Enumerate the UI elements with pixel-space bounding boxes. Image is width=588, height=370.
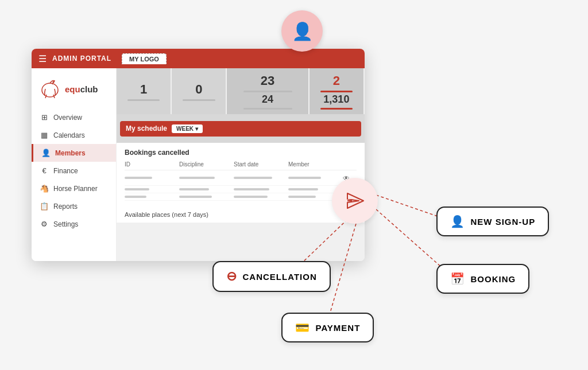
stat-4-bar (243, 108, 292, 110)
svg-point-8 (53, 81, 55, 83)
user-plus-icon: 👤 (450, 215, 465, 228)
reports-label: Reports (53, 202, 78, 211)
col-discipline: Discipline (179, 161, 234, 168)
table-header: ID Discipline Start date Member (125, 161, 357, 170)
sidebar-item-horse-planner[interactable]: 🐴 Horse Planner (32, 180, 116, 197)
svg-line-1 (376, 195, 451, 221)
stat-1-value: 1 (140, 82, 147, 97)
settings-icon: ⚙ (40, 220, 49, 228)
booking-button[interactable]: 📅 BOOKING (436, 264, 529, 294)
cancellation-button[interactable]: ⊖ CANCELLATION (212, 261, 331, 292)
sidebar-item-members[interactable]: 👤 Members (32, 144, 116, 162)
sidebar-item-calendars[interactable]: ▦ Calendars (32, 126, 116, 144)
sidebar-item-overview[interactable]: ⊞ Overview (32, 108, 116, 126)
hamburger-icon[interactable]: ☰ (38, 53, 47, 64)
week-button[interactable]: WEEK ▾ (172, 124, 203, 133)
available-places-label: Available places (next 7 days) (117, 207, 365, 223)
app-layout: equclub ⊞ Overview ▦ Calendars 👤 Members… (32, 68, 365, 261)
person-icon: 👤 (292, 21, 313, 41)
col-action (343, 161, 357, 168)
horse-logo-icon (38, 79, 61, 99)
stat-6-value: 1,310 (323, 94, 349, 106)
finance-icon: € (40, 166, 49, 175)
sidebar-item-finance[interactable]: € Finance (32, 162, 116, 180)
schedule-label: My schedule (126, 124, 167, 133)
members-icon: 👤 (41, 149, 51, 157)
stat-box-4: 2 1,310 (310, 68, 365, 114)
minus-circle-icon: ⊖ (226, 269, 237, 284)
stat-box-2: 0 (172, 68, 227, 114)
stat-box-3: 23 24 (227, 68, 309, 114)
calendars-icon: ▦ (40, 131, 49, 139)
booking-label: BOOKING (471, 274, 516, 284)
browser-header: ☰ ADMIN PORTAL MY LOGO (32, 49, 365, 68)
col-member: Member (288, 161, 343, 168)
settings-label: Settings (53, 220, 78, 228)
admin-portal-title: ADMIN PORTAL (52, 54, 111, 63)
table-row: 👁 (125, 170, 357, 186)
stat-2-bar (183, 99, 215, 101)
col-start-date: Start date (234, 161, 288, 168)
overview-label: Overview (53, 114, 82, 122)
stat-4-value: 24 (262, 94, 273, 106)
members-label: Members (55, 149, 86, 157)
panel-title: Bookings cancelled (125, 149, 357, 157)
calendars-label: Calendars (53, 131, 85, 139)
stat-5-bar (320, 91, 353, 92)
stat-1-bar (127, 99, 160, 101)
logo-area: equclub (32, 74, 116, 108)
logo-text: equclub (65, 84, 98, 94)
eye-icon[interactable]: 👁 (343, 174, 350, 182)
new-signup-label: NEW SIGN-UP (471, 217, 536, 227)
stat-3-value: 23 (261, 73, 274, 88)
sidebar-item-reports[interactable]: 📋 Reports (32, 197, 116, 215)
schedule-section: My schedule WEEK ▾ (117, 114, 365, 143)
browser-window: ☰ ADMIN PORTAL MY LOGO equclub (32, 49, 365, 261)
white-panel: Bookings cancelled ID Discipline Start d… (117, 143, 365, 207)
reports-icon: 📋 (40, 202, 49, 211)
finance-label: Finance (53, 167, 78, 175)
payment-label: PAYMENT (316, 323, 361, 333)
calendar-icon: 📅 (450, 272, 465, 286)
payment-button[interactable]: 💳 PAYMENT (281, 313, 374, 342)
overview-icon: ⊞ (40, 113, 49, 122)
stat-box-1: 1 (117, 68, 172, 114)
sidebar-item-settings[interactable]: ⚙ Settings (32, 215, 116, 233)
horse-planner-label: Horse Planner (53, 185, 98, 193)
col-id: ID (125, 161, 179, 168)
table-row (125, 193, 357, 201)
sidebar: equclub ⊞ Overview ▦ Calendars 👤 Members… (32, 68, 117, 261)
profile-bubble: 👤 (281, 10, 323, 52)
horse-planner-icon: 🐴 (40, 184, 49, 193)
stat-3-bar (243, 91, 292, 92)
svg-line-2 (376, 209, 451, 275)
schedule-red-bg: My schedule WEEK ▾ (120, 121, 361, 137)
stats-row: 1 0 23 24 2 1,310 (117, 68, 365, 114)
table-row (125, 186, 357, 193)
cancellation-label: CANCELLATION (243, 272, 317, 282)
card-icon: 💳 (295, 321, 310, 334)
stat-6-bar (320, 108, 353, 110)
main-content: 1 0 23 24 2 1,310 (117, 68, 365, 261)
new-signup-button[interactable]: 👤 NEW SIGN-UP (436, 207, 549, 236)
stat-2-value: 0 (195, 82, 202, 97)
stat-5-value: 2 (333, 73, 340, 88)
logo-tab[interactable]: MY LOGO (122, 53, 167, 64)
